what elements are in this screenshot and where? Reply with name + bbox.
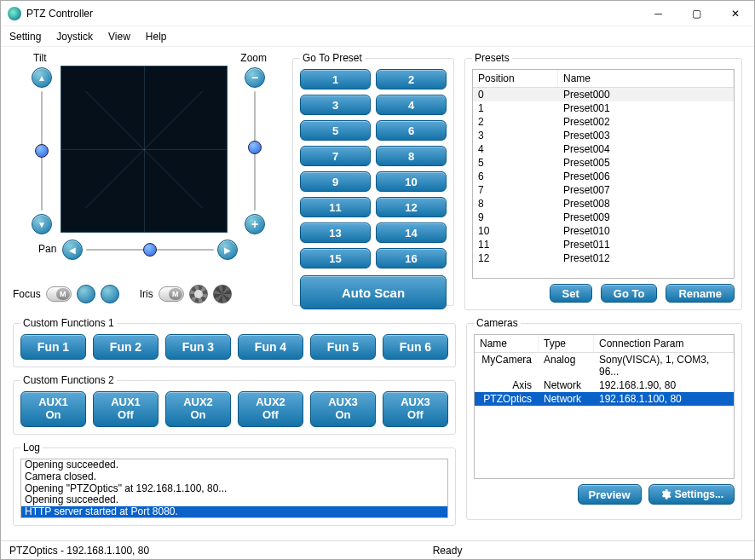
table-row[interactable]: 10Preset010 <box>473 224 734 238</box>
pan-left-button[interactable] <box>62 240 83 260</box>
table-row[interactable]: 3Preset003 <box>473 129 734 142</box>
custom2-legend: Custom Functions 2 <box>20 374 117 386</box>
zoom-out-button[interactable] <box>245 67 265 88</box>
fun-button[interactable]: Fun 4 <box>238 334 303 360</box>
log-list[interactable]: Opening succeeded.Camera closed.Opening … <box>20 459 448 518</box>
preset-button-3[interactable]: 3 <box>300 95 371 115</box>
iris-open-icon[interactable] <box>189 285 208 303</box>
camera-row[interactable]: MyCameraAnalogSony(VISCA), 1, COM3, 96..… <box>475 353 734 378</box>
titlebar: PTZ Controller ─ ▢ ✕ <box>1 1 754 26</box>
focus-near-icon[interactable] <box>77 285 95 303</box>
focus-label: Focus <box>13 288 41 300</box>
fun-button[interactable]: Fun 6 <box>383 334 448 360</box>
camera-row[interactable]: AxisNetwork192.168.1.90, 80 <box>475 378 734 392</box>
preset-button-14[interactable]: 14 <box>376 222 447 243</box>
fun-button[interactable]: Fun 5 <box>310 334 376 360</box>
aux-button[interactable]: AUX3 On <box>310 391 376 427</box>
fun-button[interactable]: Fun 3 <box>165 334 231 360</box>
close-button[interactable]: ✕ <box>716 1 754 26</box>
menu-help[interactable]: Help <box>146 31 167 43</box>
preset-button-10[interactable]: 10 <box>376 171 447 192</box>
preset-button-6[interactable]: 6 <box>376 120 447 141</box>
table-row[interactable]: 8Preset008 <box>473 197 734 211</box>
log-legend: Log <box>20 442 43 453</box>
table-row[interactable]: 6Preset006 <box>473 170 734 183</box>
table-row[interactable]: 5Preset005 <box>473 156 734 170</box>
preset-button-15[interactable]: 15 <box>300 248 371 268</box>
cameras-col-name[interactable]: Name <box>475 335 539 352</box>
fun-button[interactable]: Fun 2 <box>93 334 158 360</box>
camera-settings-button[interactable]: Settings... <box>648 484 735 505</box>
presets-table[interactable]: Position Name 0Preset0001Preset0012Prese… <box>472 69 735 279</box>
preset-rename-button[interactable]: Rename <box>666 284 735 303</box>
preset-button-9[interactable]: 9 <box>300 171 371 192</box>
preset-button-16[interactable]: 16 <box>376 248 447 268</box>
camera-row[interactable]: PTZOpticsNetwork192.168.1.100, 80 <box>475 392 734 406</box>
aux-button[interactable]: AUX3 Off <box>383 391 448 427</box>
tilt-slider[interactable] <box>33 91 50 211</box>
zoom-slider[interactable] <box>246 91 263 211</box>
presets-legend: Presets <box>472 52 512 64</box>
table-row[interactable]: 0Preset000 <box>473 88 734 101</box>
status-bar: PTZOptics - 192.168.1.100, 80 Ready <box>1 540 754 559</box>
preset-button-12[interactable]: 12 <box>376 197 447 217</box>
preset-button-1[interactable]: 1 <box>300 69 371 89</box>
zoom-in-button[interactable] <box>245 214 265 234</box>
preset-button-8[interactable]: 8 <box>376 146 447 166</box>
cameras-col-type[interactable]: Type <box>539 335 594 352</box>
status-left: PTZOptics - 192.168.1.100, 80 <box>9 545 149 557</box>
table-row[interactable]: 2Preset002 <box>473 115 734 129</box>
pan-right-button[interactable] <box>217 240 238 260</box>
menu-setting[interactable]: Setting <box>9 31 41 43</box>
preset-button-2[interactable]: 2 <box>376 69 447 89</box>
minimize-button[interactable]: ─ <box>639 1 677 26</box>
cameras-table[interactable]: Name Type Connection Param MyCameraAnalo… <box>474 334 735 479</box>
table-row[interactable]: 11Preset011 <box>473 238 734 251</box>
preset-button-13[interactable]: 13 <box>300 222 371 243</box>
table-row[interactable]: 9Preset009 <box>473 211 734 224</box>
menu-joystick[interactable]: Joystick <box>56 31 93 43</box>
fun-button[interactable]: Fun 1 <box>20 334 86 360</box>
preset-button-11[interactable]: 11 <box>300 197 371 217</box>
log-line[interactable]: HTTP server started at Port 8080. <box>21 506 447 518</box>
gear-icon <box>660 488 671 500</box>
tilt-down-button[interactable] <box>32 214 52 234</box>
menu-view[interactable]: View <box>108 31 130 43</box>
tilt-up-button[interactable] <box>32 67 52 88</box>
ptz-area[interactable] <box>61 66 228 233</box>
table-row[interactable]: 4Preset004 <box>473 142 734 156</box>
cameras-group: Cameras Name Type Connection Param MyCam… <box>466 317 742 520</box>
aux-button[interactable]: AUX1 On <box>20 391 86 427</box>
presets-group: Presets Position Name 0Preset0001Preset0… <box>464 52 742 310</box>
ptz-panel: Tilt Zoom Pan <box>13 52 268 303</box>
presets-col-position[interactable]: Position <box>473 70 558 87</box>
log-line[interactable]: Opening "PTZOptics" at 192.168.1.100, 80… <box>21 483 447 495</box>
aux-button[interactable]: AUX2 On <box>165 391 231 427</box>
preset-set-button[interactable]: Set <box>550 284 592 303</box>
table-row[interactable]: 12Preset012 <box>473 251 734 265</box>
focus-far-icon[interactable] <box>101 285 119 303</box>
auto-scan-button[interactable]: Auto Scan <box>300 275 447 309</box>
log-group: Log Opening succeeded.Camera closed.Open… <box>13 442 456 526</box>
log-line[interactable]: Camera closed. <box>21 471 447 483</box>
presets-col-name[interactable]: Name <box>558 70 734 87</box>
preset-button-4[interactable]: 4 <box>376 95 447 115</box>
preset-goto-button[interactable]: Go To <box>601 284 658 303</box>
aux-button[interactable]: AUX2 Off <box>238 391 303 427</box>
table-row[interactable]: 1Preset001 <box>473 101 734 115</box>
preset-button-5[interactable]: 5 <box>300 120 371 141</box>
focus-auto-toggle[interactable]: M <box>46 286 72 302</box>
pan-slider[interactable] <box>86 241 214 258</box>
iris-close-icon[interactable] <box>213 285 232 303</box>
iris-auto-toggle[interactable]: M <box>158 286 184 302</box>
preset-button-7[interactable]: 7 <box>300 146 371 166</box>
camera-preview-button[interactable]: Preview <box>578 484 642 505</box>
menubar: Setting Joystick View Help <box>1 26 754 47</box>
table-row[interactable]: 7Preset007 <box>473 183 734 197</box>
status-center: Ready <box>149 545 746 557</box>
cameras-col-conn[interactable]: Connection Param <box>594 335 734 352</box>
aux-button[interactable]: AUX1 Off <box>93 391 158 427</box>
log-line[interactable]: Opening succeeded. <box>21 459 447 471</box>
log-line[interactable]: Opening succeeded. <box>21 494 447 506</box>
maximize-button[interactable]: ▢ <box>677 1 716 26</box>
